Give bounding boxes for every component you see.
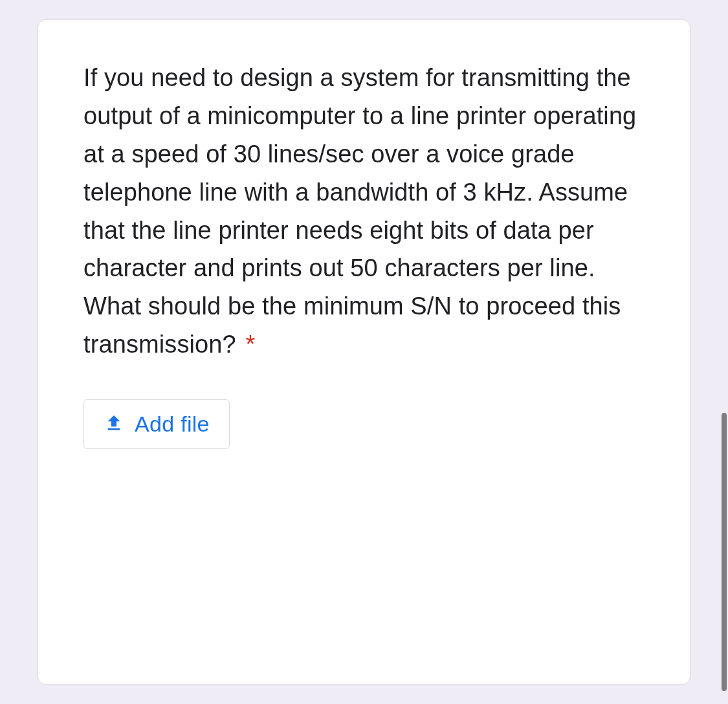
add-file-label: Add file (135, 412, 210, 437)
add-file-button[interactable]: Add file (83, 399, 230, 449)
question-body: If you need to design a system for trans… (83, 64, 636, 358)
required-asterisk: * (245, 331, 255, 358)
question-text: If you need to design a system for trans… (83, 59, 645, 364)
upload-icon (104, 413, 124, 435)
scrollbar-thumb[interactable] (722, 413, 727, 691)
question-card: If you need to design a system for trans… (38, 19, 690, 685)
